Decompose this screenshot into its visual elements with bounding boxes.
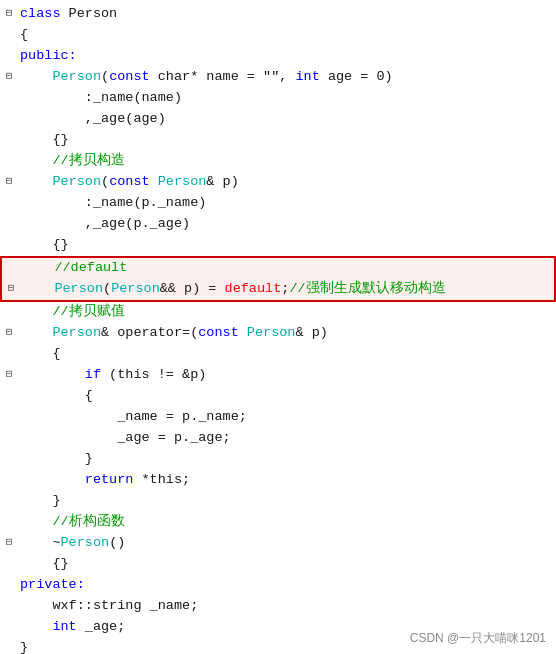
line-content: { (18, 25, 556, 46)
gutter-icon (0, 46, 18, 47)
code-token: int (52, 619, 76, 634)
code-token: ( (103, 281, 111, 296)
code-token: & p) (295, 325, 327, 340)
code-line: :_name(name) (0, 88, 556, 109)
line-content: :_name(p._name) (18, 193, 556, 214)
code-line: //default (0, 256, 556, 279)
code-token: const (109, 69, 150, 84)
code-token: const (198, 325, 239, 340)
code-token: wxf::string _name; (20, 598, 198, 613)
gutter-icon (0, 193, 18, 194)
code-token: ( (101, 174, 109, 189)
code-token (150, 174, 158, 189)
code-line: //拷贝赋值 (0, 302, 556, 323)
code-token: {} (20, 556, 69, 571)
line-content: {} (18, 130, 556, 151)
code-line: ⊟ Person(const Person& p) (0, 172, 556, 193)
code-token: ~ (20, 535, 61, 550)
code-token: } (20, 493, 61, 508)
line-content: //析构函数 (18, 512, 556, 533)
gutter-icon[interactable]: ⊟ (2, 279, 20, 297)
code-token: age = 0) (320, 69, 393, 84)
line-content: Person(Person&& p) = default;//强制生成默认移动构… (20, 279, 554, 300)
code-token (20, 325, 52, 340)
code-line: {} (0, 554, 556, 575)
code-token (20, 472, 85, 487)
code-token: {} (20, 132, 69, 147)
code-token: public: (20, 48, 77, 63)
code-token: private: (20, 577, 85, 592)
code-token: //析构函数 (52, 514, 124, 529)
gutter-icon (0, 449, 18, 450)
code-line: } (0, 449, 556, 470)
gutter-icon (0, 214, 18, 215)
line-content: class Person (18, 4, 556, 25)
gutter-icon[interactable]: ⊟ (0, 4, 18, 22)
line-content: wxf::string _name; (18, 596, 556, 617)
code-token: Person (247, 325, 296, 340)
line-content: ~Person() (18, 533, 556, 554)
gutter-icon[interactable]: ⊟ (0, 323, 18, 341)
gutter-icon (0, 88, 18, 89)
code-token: () (109, 535, 125, 550)
code-line: ⊟ Person(const char* name = "", int age … (0, 67, 556, 88)
code-line: ⊟ Person& operator=(const Person& p) (0, 323, 556, 344)
code-token: && p) = (160, 281, 225, 296)
line-content: //拷贝构造 (18, 151, 556, 172)
code-token: :_name(name) (20, 90, 182, 105)
code-token: class (20, 6, 69, 21)
code-line: private: (0, 575, 556, 596)
code-token (22, 281, 54, 296)
line-content: _age = p._age; (18, 428, 556, 449)
line-content: private: (18, 575, 556, 596)
code-line: ,_age(p._age) (0, 214, 556, 235)
line-content: { (18, 344, 556, 365)
gutter-icon[interactable]: ⊟ (0, 365, 18, 383)
gutter-icon[interactable]: ⊟ (0, 67, 18, 85)
code-token (239, 325, 247, 340)
code-line: ⊟class Person (0, 4, 556, 25)
code-token: Person (54, 281, 103, 296)
code-token (20, 514, 52, 529)
code-container: ⊟class Person{public:⊟ Person(const char… (0, 0, 556, 654)
code-token: default (225, 281, 282, 296)
gutter-icon (0, 407, 18, 408)
code-token: _name = p._name; (20, 409, 247, 424)
code-token (20, 174, 52, 189)
gutter-icon[interactable]: ⊟ (0, 533, 18, 551)
code-token: & operator=( (101, 325, 198, 340)
line-content: //default (20, 258, 552, 279)
line-content: } (18, 449, 556, 470)
code-token: Person (61, 535, 110, 550)
gutter-icon (0, 109, 18, 110)
line-content: //拷贝赋值 (18, 302, 556, 323)
code-line: { (0, 344, 556, 365)
code-token: { (20, 27, 28, 42)
code-token: //default (54, 260, 127, 275)
code-token: } (20, 451, 93, 466)
gutter-icon (0, 512, 18, 513)
line-content: Person& operator=(const Person& p) (18, 323, 556, 344)
code-line: //拷贝构造 (0, 151, 556, 172)
code-token: ,_age(p._age) (20, 216, 190, 231)
code-token: ,_age(age) (20, 111, 166, 126)
code-token: Person (52, 325, 101, 340)
line-content: } (18, 491, 556, 512)
gutter-icon (0, 470, 18, 471)
code-token: const (109, 174, 150, 189)
gutter-icon (0, 235, 18, 236)
code-token (20, 619, 52, 634)
code-line: wxf::string _name; (0, 596, 556, 617)
code-token (22, 260, 54, 275)
code-token: //强制生成默认移动构造 (289, 281, 445, 296)
code-line: { (0, 386, 556, 407)
gutter-icon[interactable]: ⊟ (0, 172, 18, 190)
gutter-icon (0, 302, 18, 303)
code-token: //拷贝构造 (52, 153, 124, 168)
code-token: int (295, 69, 319, 84)
code-line: ⊟ if (this != &p) (0, 365, 556, 386)
code-token (20, 153, 52, 168)
gutter-icon (2, 258, 20, 259)
code-line: return *this; (0, 470, 556, 491)
line-content: _name = p._name; (18, 407, 556, 428)
